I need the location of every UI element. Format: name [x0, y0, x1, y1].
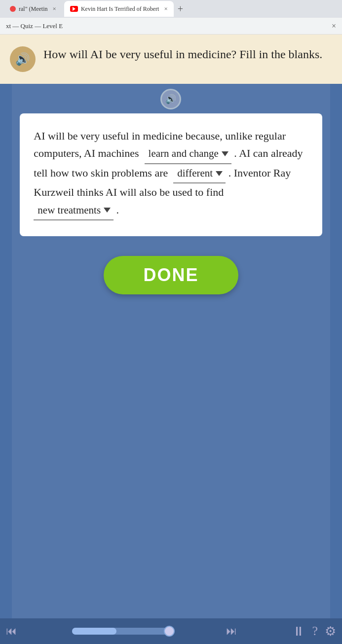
tab-youtube-label: Kevin Hart Is Terrified of Robert [81, 5, 159, 13]
tab-meeting-label: ral" (Meetin [19, 5, 48, 13]
bottom-icons: ⏸ ? ⚙ [292, 624, 336, 639]
main-content: 🔊 How will AI be very useful in medicine… [0, 35, 342, 644]
browser-tabs-bar: ral" (Meetin × Kevin Hart Is Terrified o… [0, 0, 342, 18]
progress-track [72, 628, 171, 635]
pause-button[interactable]: ⏸ [292, 624, 305, 639]
question-banner: 🔊 How will AI be very useful in medicine… [0, 35, 342, 84]
corner-decoration [322, 35, 342, 54]
dropdown-1-value: learn and change [149, 145, 219, 162]
dropdown-2-arrow [216, 171, 223, 176]
dropdown-3-arrow [104, 208, 111, 213]
dropdown-2-value: different [177, 165, 213, 182]
card-speaker-icon: 🔊 [165, 94, 176, 105]
speaker-icon: 🔊 [15, 52, 30, 66]
dropdown-3-value: new treatments [38, 202, 101, 219]
sentence-part-4: . [116, 204, 119, 216]
done-button[interactable]: DONE [104, 256, 238, 294]
content-card: AI will be very useful in medicine becau… [20, 113, 322, 236]
question-text: How will AI be very useful in medicine? … [43, 46, 322, 62]
progress-fill [72, 628, 116, 635]
settings-button[interactable]: ⚙ [325, 624, 336, 639]
page-header: xt — Quiz — Level E × [0, 18, 342, 35]
question-audio-button[interactable]: 🔊 [10, 46, 36, 72]
card-area: 🔊 AI will be very useful in medicine bec… [12, 84, 330, 644]
tab-youtube-close[interactable]: × [164, 5, 167, 13]
close-button[interactable]: × [332, 22, 336, 31]
dropdown-1[interactable]: learn and change [145, 144, 231, 164]
skip-forward-button[interactable]: ⏭ [226, 625, 237, 638]
dropdown-3[interactable]: new treatments [34, 201, 114, 221]
dropdown-1-arrow [222, 151, 228, 156]
card-audio-button[interactable]: 🔊 [160, 89, 181, 109]
new-tab-button[interactable]: + [178, 3, 183, 15]
tab-meeting[interactable]: ral" (Meetin × [4, 1, 62, 17]
progress-thumb[interactable] [164, 626, 175, 637]
bottom-bar: ⏮ ⏭ ⏸ ? ⚙ [0, 618, 342, 644]
page-title: xt — Quiz — Level E [6, 22, 63, 30]
dropdown-2[interactable]: different [173, 164, 226, 184]
tab-youtube[interactable]: Kevin Hart Is Terrified of Robert × [64, 1, 174, 17]
help-button[interactable]: ? [312, 624, 318, 639]
youtube-icon [70, 6, 78, 12]
tab-meeting-close[interactable]: × [53, 5, 56, 13]
skip-back-button[interactable]: ⏮ [6, 625, 17, 638]
tab-recording-icon [10, 6, 16, 12]
